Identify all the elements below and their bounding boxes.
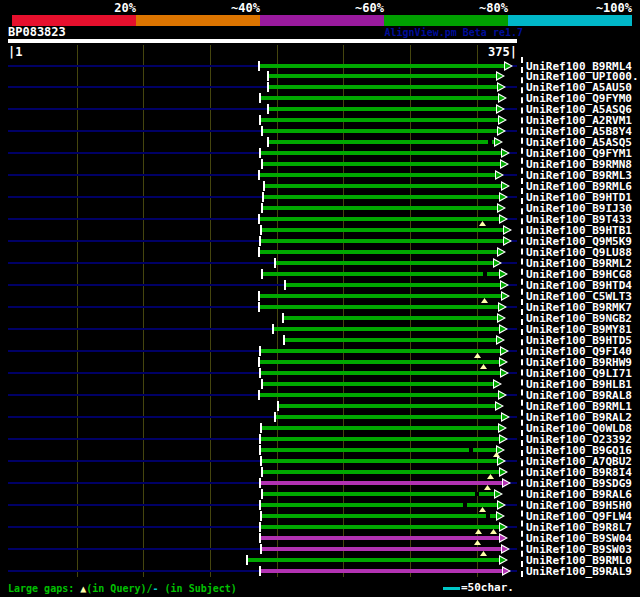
alignment-arrow-fill bbox=[497, 513, 503, 519]
alignment-bar bbox=[260, 96, 501, 100]
gridline-300 bbox=[410, 45, 411, 577]
alignment-arrow-icon bbox=[501, 412, 510, 422]
similarity-label-20%: 20% bbox=[66, 2, 136, 15]
alignment-start-tick bbox=[267, 82, 269, 92]
alignment-bar bbox=[261, 547, 504, 551]
alignment-start-tick bbox=[260, 225, 262, 235]
alignment-bar bbox=[261, 426, 501, 430]
alignment-arrow-icon bbox=[496, 104, 505, 114]
alignment-start-tick bbox=[283, 335, 285, 345]
alignment-arrow-icon bbox=[501, 148, 510, 158]
alignment-arrow-fill bbox=[500, 535, 506, 541]
alignment-arrow-fill bbox=[497, 73, 503, 79]
gap-in-subject-mark bbox=[488, 140, 492, 144]
alignment-bar bbox=[261, 459, 500, 463]
alignment-start-tick bbox=[258, 247, 260, 257]
alignment-arrow-fill bbox=[500, 326, 506, 332]
alignment-arrow-fill bbox=[500, 469, 506, 475]
alignview-screen: 20%~40%~60%~80%~100% BP083823 AlignView.… bbox=[0, 0, 640, 597]
alignment-start-tick bbox=[282, 313, 284, 323]
alignment-arrow-fill bbox=[498, 249, 504, 255]
alignment-bar bbox=[247, 558, 502, 562]
gap-in-query-mark bbox=[490, 529, 497, 534]
alignment-arrow-icon bbox=[495, 401, 504, 411]
alignment-start-tick bbox=[261, 203, 263, 213]
alignment-start-tick bbox=[259, 368, 261, 378]
gap-in-query-mark bbox=[474, 540, 481, 545]
alignment-start-tick bbox=[260, 544, 262, 554]
alignment-bar bbox=[260, 437, 502, 441]
alignment-start-tick bbox=[260, 511, 262, 521]
alignment-bar bbox=[260, 118, 501, 122]
alignment-bar bbox=[283, 316, 500, 320]
alignment-arrow-fill bbox=[498, 458, 504, 464]
alignment-bar bbox=[264, 184, 504, 188]
alignment-arrow-icon bbox=[497, 313, 506, 323]
alignment-arrow-icon bbox=[497, 203, 506, 213]
alignment-arrow-fill bbox=[501, 282, 507, 288]
legend-text: (in Subject) bbox=[159, 583, 237, 594]
alignment-arrow-icon bbox=[501, 181, 510, 191]
gridline-350 bbox=[477, 45, 478, 577]
alignment-bar bbox=[260, 481, 505, 485]
alignment-arrow-icon bbox=[493, 258, 502, 268]
ruler-scale-line bbox=[443, 587, 460, 590]
alignment-bar bbox=[260, 371, 503, 375]
alignment-arrow-icon bbox=[494, 489, 503, 499]
hit-label[interactable]: UniRef100_B9RAL9 bbox=[526, 566, 632, 577]
similarity-label-~60%: ~60% bbox=[314, 2, 384, 15]
alignment-arrow-fill bbox=[498, 315, 504, 321]
legend-text: Large gaps: bbox=[8, 583, 80, 594]
alignment-bar bbox=[262, 129, 500, 133]
alignment-start-tick bbox=[261, 126, 263, 136]
alignment-bar bbox=[259, 360, 502, 364]
alignment-start-tick bbox=[267, 104, 269, 114]
alignment-arrow-icon bbox=[498, 115, 507, 125]
alignment-arrow-fill bbox=[498, 84, 504, 90]
alignment-bar bbox=[268, 107, 499, 111]
alignment-start-tick bbox=[259, 445, 261, 455]
gap-in-query-mark bbox=[487, 474, 494, 479]
alignment-start-tick bbox=[258, 302, 260, 312]
gap-in-query-mark bbox=[480, 364, 487, 369]
alignment-start-tick bbox=[258, 170, 260, 180]
alignment-arrow-icon bbox=[499, 214, 508, 224]
alignment-arrow-fill bbox=[495, 491, 501, 497]
gap-in-subject-mark bbox=[463, 503, 467, 507]
program-watermark: AlignView.pm Beta re1.7 bbox=[363, 27, 523, 38]
alignment-start-tick bbox=[259, 148, 261, 158]
alignment-arrow-icon bbox=[498, 390, 507, 400]
alignment-arrow-icon bbox=[494, 137, 503, 147]
alignment-arrow-icon bbox=[502, 566, 511, 576]
alignment-bar bbox=[260, 525, 502, 529]
alignment-arrow-icon bbox=[497, 500, 506, 510]
alignment-bar bbox=[260, 151, 504, 155]
alignment-bar bbox=[284, 338, 499, 342]
alignment-arrow-icon bbox=[497, 247, 506, 257]
alignment-arrow-icon bbox=[501, 544, 510, 554]
alignment-start-tick bbox=[258, 390, 260, 400]
alignment-arrow-icon bbox=[503, 236, 512, 246]
alignment-bar bbox=[260, 448, 499, 452]
alignment-arrow-icon bbox=[493, 379, 502, 389]
gridline-100 bbox=[143, 45, 144, 577]
alignment-arrow-fill bbox=[499, 392, 505, 398]
alignment-start-tick bbox=[267, 137, 269, 147]
alignment-start-tick bbox=[259, 500, 261, 510]
alignment-arrow-fill bbox=[505, 63, 511, 69]
alignment-start-tick bbox=[274, 412, 276, 422]
alignment-arrow-fill bbox=[500, 524, 506, 530]
alignment-arrow-fill bbox=[498, 502, 504, 508]
alignment-arrow-icon bbox=[499, 533, 508, 543]
alignment-bar bbox=[262, 162, 503, 166]
alignment-arrow-icon bbox=[500, 159, 509, 169]
alignment-arrow-fill bbox=[500, 557, 506, 563]
scale-end-label: 375| bbox=[8, 45, 517, 59]
alignment-bar bbox=[261, 228, 506, 232]
alignment-arrow-fill bbox=[502, 150, 508, 156]
alignment-start-tick bbox=[272, 324, 274, 334]
alignment-bar bbox=[260, 349, 503, 353]
alignment-arrow-icon bbox=[499, 467, 508, 477]
alignment-arrow-fill bbox=[502, 183, 508, 189]
alignment-bar bbox=[275, 261, 496, 265]
